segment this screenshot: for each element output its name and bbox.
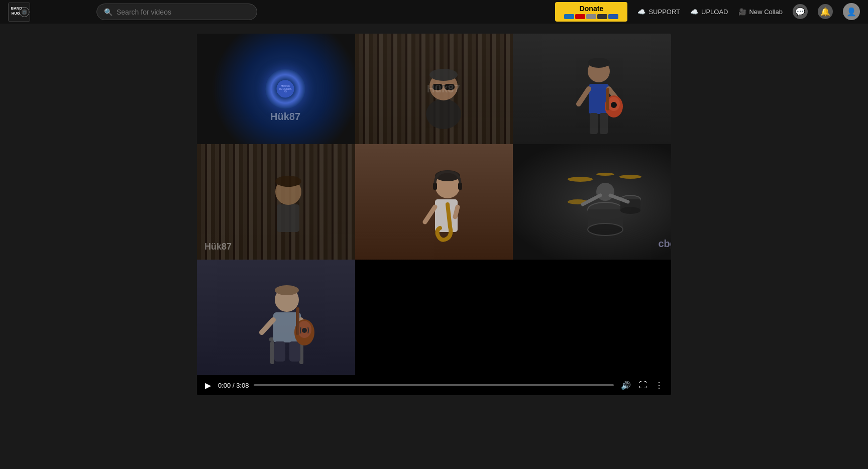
svg-rect-47 (270, 341, 274, 364)
svg-point-38 (588, 223, 623, 236)
svg-rect-9 (445, 84, 455, 90)
support-icon: ☁️ (637, 8, 645, 16)
svg-rect-8 (432, 84, 443, 90)
person-svg-2 (259, 159, 319, 245)
support-button[interactable]: ☁️ SUPPORT (637, 8, 680, 16)
donate-label: Donate (580, 5, 603, 13)
chat-button[interactable]: 💬 (793, 4, 808, 19)
svg-rect-20 (606, 88, 609, 110)
svg-point-33 (568, 177, 593, 182)
face1-content (355, 34, 532, 144)
notification-button[interactable]: 🔔 (818, 4, 833, 19)
drums-content (513, 144, 671, 260)
controls-right: 🔊 ⛶ ⋮ (619, 379, 665, 392)
search-bar[interactable]: 🔍 (96, 4, 257, 20)
drums-svg (565, 164, 645, 240)
jazz-guitarist-svg (254, 267, 324, 368)
record-label: MotownRECORDS45 (277, 80, 294, 98)
chat-icon: 💬 (795, 7, 805, 17)
upload-button[interactable]: ☁️ UPLOAD (690, 8, 728, 16)
video-cell-face2: Hük87 (197, 144, 382, 260)
watermark-cbgb: cbgb_ (658, 238, 671, 250)
video-cell-guitar2 (197, 260, 382, 375)
donate-button[interactable]: Donate (555, 2, 627, 22)
svg-line-54 (262, 320, 273, 332)
volume-button[interactable]: 🔊 (619, 379, 633, 392)
new-collab-label: New Collab (749, 8, 783, 16)
svg-line-32 (455, 207, 458, 217)
svg-point-42 (620, 207, 640, 214)
bell-icon: 🔔 (820, 7, 830, 17)
video-cell-record: MotownRECORDS45 Hük87 (197, 34, 374, 144)
visa-icon (564, 14, 574, 19)
svg-text:🎵: 🎵 (22, 10, 27, 14)
discover-icon (597, 14, 607, 19)
time-display: 0:00 / 3:08 (218, 382, 249, 389)
person-svg-1 (413, 49, 474, 129)
donate-payment-icons (564, 14, 618, 19)
svg-line-15 (579, 89, 589, 104)
paypal-icon (608, 14, 618, 19)
fullscreen-button[interactable]: ⛶ (637, 379, 649, 392)
svg-text:HUG: HUG (12, 11, 20, 15)
video-player: MotownRECORDS45 Hük87 (197, 34, 671, 395)
svg-rect-30 (458, 183, 462, 190)
main-content: MotownRECORDS45 Hük87 (0, 24, 868, 405)
video-cell-guitar1 (513, 34, 671, 144)
progress-bar[interactable] (254, 384, 614, 386)
svg-rect-53 (289, 341, 300, 362)
search-icon: 🔍 (104, 8, 113, 16)
svg-rect-29 (433, 183, 437, 190)
svg-rect-21 (590, 113, 598, 134)
logo-svg: BAND HUG 🎵 (9, 3, 30, 22)
guitarist-svg (569, 44, 634, 134)
svg-point-34 (619, 175, 641, 179)
svg-text:BAND: BAND (11, 6, 23, 11)
svg-rect-22 (600, 113, 608, 134)
header: BAND HUG 🎵 🔍 Donate ☁️ (0, 0, 868, 24)
svg-point-14 (588, 58, 610, 68)
logo-area: BAND HUG 🎵 (8, 3, 88, 22)
video-grid-row3 (197, 260, 671, 375)
avatar-icon: 👤 (846, 7, 856, 17)
flutist-svg (417, 157, 478, 247)
record-visual: MotownRECORDS45 (265, 69, 305, 109)
play-button[interactable]: ▶ (203, 379, 213, 392)
header-actions: Donate ☁️ SUPPORT ☁️ UPLOAD 🎥 New Collab (555, 2, 860, 22)
svg-line-31 (425, 207, 435, 222)
svg-point-51 (275, 285, 299, 295)
upload-icon: ☁️ (690, 8, 698, 16)
guitar1-content (513, 34, 671, 144)
svg-rect-52 (274, 341, 285, 362)
video-controls-bar: ▶ 0:00 / 3:08 🔊 ⛶ ⋮ (197, 375, 671, 395)
new-collab-button[interactable]: 🎥 New Collab (738, 8, 783, 16)
more-options-button[interactable]: ⋮ (653, 379, 665, 392)
svg-point-35 (596, 173, 614, 176)
logo-box: BAND HUG 🎵 (8, 3, 30, 22)
video-cell-flute (355, 144, 540, 260)
avatar[interactable]: 👤 (843, 3, 860, 20)
mastercard-icon (575, 14, 585, 19)
video-cell-drums: cbgb_ (513, 144, 671, 260)
video-camera-icon: 🎥 (738, 8, 746, 16)
svg-point-58 (302, 328, 307, 333)
video-cell-face1: Hük87 (355, 34, 532, 144)
svg-point-6 (426, 99, 461, 129)
video-grid-rows-12: MotownRECORDS45 Hük87 (197, 34, 671, 260)
svg-rect-23 (277, 204, 299, 232)
face2-content (197, 144, 382, 260)
guitar2-content (197, 260, 382, 375)
svg-point-25 (275, 176, 301, 187)
amex-icon (586, 14, 596, 19)
flute-content (355, 144, 540, 260)
record-content: MotownRECORDS45 (197, 34, 374, 144)
upload-label: UPLOAD (701, 8, 728, 16)
svg-point-11 (429, 69, 458, 81)
search-input[interactable] (117, 8, 250, 16)
video-cell-black (355, 260, 540, 375)
support-label: SUPPORT (648, 8, 680, 16)
svg-point-19 (611, 102, 617, 108)
svg-point-43 (596, 183, 614, 201)
